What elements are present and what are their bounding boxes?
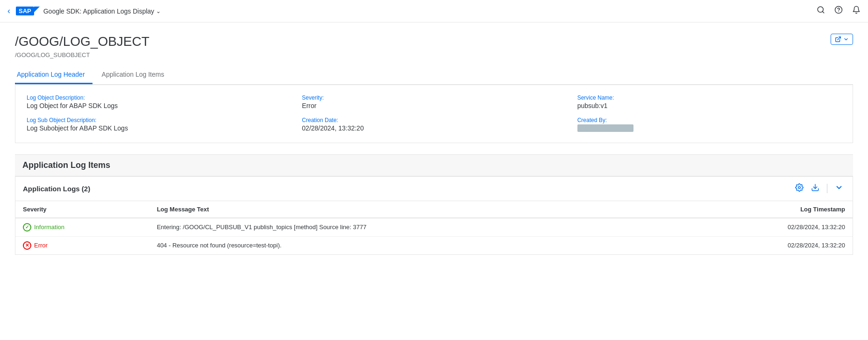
col-timestamp-header: Log Timestamp	[681, 201, 853, 218]
table-row: InformationEntering: /GOOG/CL_PUBSUB_V1 …	[15, 218, 853, 237]
help-icon[interactable]	[834, 6, 843, 16]
search-icon[interactable]	[817, 6, 825, 16]
field-service-name-value: pubsub:v1	[577, 102, 841, 109]
field-log-object-description: Log Object Description: Log Object for A…	[27, 94, 291, 109]
export-icon	[811, 183, 819, 192]
share-chevron-icon	[843, 36, 849, 42]
page-header-right	[831, 34, 853, 45]
log-table: Severity Log Message Text Log Timestamp …	[15, 201, 853, 254]
page-header-left: /GOOG/LOG_OBJECT /GOOG/LOG_SUBOBJECT	[15, 34, 149, 58]
svg-point-5	[798, 186, 801, 188]
severity-label: Error	[34, 242, 48, 249]
share-icon	[835, 36, 841, 43]
collapse-button[interactable]	[833, 182, 845, 195]
tab-application-log-items[interactable]: Application Log Items	[100, 66, 172, 84]
severity-cell: Error	[15, 236, 149, 254]
field-log-sub-object-description-value: Log Subobject for ABAP SDK Logs	[27, 124, 291, 132]
field-creation-date: Creation Date: 02/28/2024, 13:32:20	[302, 117, 566, 133]
timestamp-cell: 02/28/2024, 13:32:20	[681, 218, 853, 237]
settings-icon-button[interactable]	[793, 182, 805, 195]
logs-card: Application Logs (2)	[15, 176, 853, 255]
divider	[827, 184, 827, 193]
error-icon	[23, 241, 31, 250]
export-icon-button[interactable]	[809, 182, 821, 195]
field-service-name: Service Name: pubsub:v1	[577, 94, 841, 109]
top-nav: ‹ SAP Google SDK: Application Logs Displ…	[0, 0, 868, 22]
created-by-redacted	[577, 124, 633, 132]
svg-line-1	[822, 11, 824, 13]
sap-logo-box: SAP	[16, 7, 34, 15]
field-log-object-description-label: Log Object Description:	[27, 94, 291, 101]
field-creation-date-value: 02/28/2024, 13:32:20	[302, 124, 566, 132]
logs-card-actions	[793, 182, 845, 195]
nav-chevron-icon[interactable]: ⌄	[156, 8, 161, 14]
log-header-grid: Log Object Description: Log Object for A…	[27, 94, 841, 133]
tab-application-log-header[interactable]: Application Log Header	[15, 66, 92, 84]
tabs: Application Log Header Application Log I…	[15, 66, 853, 85]
col-severity-header: Severity	[15, 201, 149, 218]
log-items-section-title: Application Log Items	[15, 154, 853, 176]
back-button[interactable]: ‹	[7, 6, 10, 16]
logs-card-title: Application Logs (2)	[23, 185, 90, 193]
col-message-header: Log Message Text	[149, 201, 682, 218]
field-created-by-label: Created By:	[577, 117, 841, 123]
page-main-title: /GOOG/LOG_OBJECT	[15, 34, 149, 50]
severity-label: Information	[34, 224, 64, 231]
message-cell: 404 - Resource not found (resource=test-…	[149, 236, 682, 254]
field-service-name-label: Service Name:	[577, 94, 841, 101]
table-header-row: Severity Log Message Text Log Timestamp	[15, 201, 853, 218]
field-log-object-description-value: Log Object for ABAP SDK Logs	[27, 102, 291, 109]
settings-icon	[795, 183, 804, 192]
message-cell: Entering: /GOOG/CL_PUBSUB_V1 publish_top…	[149, 218, 682, 237]
chevron-down-icon	[835, 183, 843, 192]
svg-line-4	[838, 37, 840, 40]
nav-title: Google SDK: Application Logs Display ⌄	[43, 7, 161, 15]
timestamp-cell: 02/28/2024, 13:32:20	[681, 236, 853, 254]
page-content: /GOOG/LOG_OBJECT /GOOG/LOG_SUBOBJECT App…	[0, 22, 868, 266]
page-sub-title: /GOOG/LOG_SUBOBJECT	[15, 51, 149, 58]
field-severity: Severity: Error	[302, 94, 566, 109]
field-created-by-value	[577, 124, 841, 133]
field-severity-label: Severity:	[302, 94, 566, 101]
information-icon	[23, 223, 31, 231]
severity-cell: Information	[15, 218, 149, 237]
sap-logo: SAP	[16, 7, 34, 15]
field-log-sub-object-description-label: Log Sub Object Description:	[27, 117, 291, 123]
page-header: /GOOG/LOG_OBJECT /GOOG/LOG_SUBOBJECT	[15, 34, 853, 58]
nav-icons	[817, 6, 861, 16]
bell-icon[interactable]	[852, 6, 861, 16]
field-created-by: Created By:	[577, 117, 841, 133]
field-severity-value: Error	[302, 102, 566, 109]
log-header-section: Log Object Description: Log Object for A…	[15, 85, 853, 143]
field-log-sub-object-description: Log Sub Object Description: Log Subobjec…	[27, 117, 291, 133]
nav-title-text: Google SDK: Application Logs Display	[43, 7, 154, 15]
share-button[interactable]	[831, 34, 853, 45]
logs-card-header: Application Logs (2)	[15, 177, 853, 201]
log-items-section: Application Log Items Application Logs (…	[15, 154, 853, 255]
field-creation-date-label: Creation Date:	[302, 117, 566, 123]
table-row: Error404 - Resource not found (resource=…	[15, 236, 853, 254]
